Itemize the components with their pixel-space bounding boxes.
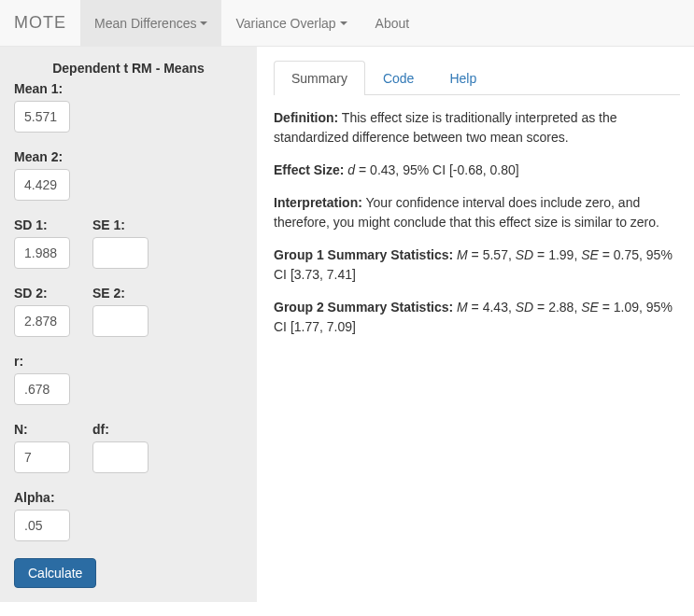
se1-input[interactable] — [92, 237, 149, 269]
sd1-input[interactable] — [14, 237, 70, 269]
r-label: r: — [14, 354, 243, 369]
alpha-label: Alpha: — [14, 490, 243, 505]
calculate-button[interactable]: Calculate — [14, 558, 96, 588]
stat-symbol: SE — [581, 300, 599, 315]
se1-label: SE 1: — [92, 217, 149, 232]
n-input[interactable] — [14, 441, 70, 473]
stat-symbol: d — [347, 162, 355, 177]
se2-input[interactable] — [92, 305, 149, 337]
sidebar-title: Dependent t RM - Means — [14, 61, 243, 76]
r-input[interactable] — [14, 373, 70, 405]
mean1-input[interactable] — [14, 101, 70, 133]
alpha-input[interactable] — [14, 510, 70, 541]
definition-label: Definition: — [274, 110, 338, 125]
tab-code[interactable]: Code — [365, 61, 432, 95]
stat-symbol: M — [457, 247, 468, 262]
stat-symbol: SD — [516, 247, 533, 262]
effect-size-paragraph: Effect Size: d = 0.43, 95% CI [-0.68, 0.… — [274, 161, 680, 180]
sd1-label: SD 1: — [14, 217, 70, 232]
group2-label: Group 2 Summary Statistics: — [274, 300, 453, 315]
n-label: N: — [14, 422, 70, 437]
caret-down-icon — [340, 21, 347, 25]
tab-help[interactable]: Help — [432, 61, 494, 95]
mean2-input[interactable] — [14, 169, 70, 201]
sd2-label: SD 2: — [14, 286, 70, 301]
interpretation-label: Interpretation: — [274, 195, 362, 210]
sidebar: Dependent t RM - Means Mean 1: Mean 2: S… — [0, 47, 257, 602]
effect-size-label: Effect Size: — [274, 162, 344, 177]
main-panel: Summary Code Help Definition: This effec… — [257, 47, 694, 602]
nav-mean-differences[interactable]: Mean Differences — [80, 0, 221, 46]
df-input[interactable] — [92, 441, 149, 473]
group2-paragraph: Group 2 Summary Statistics: M = 4.43, SD… — [274, 298, 680, 337]
summary-content: Definition: This effect size is traditio… — [274, 108, 680, 337]
definition-paragraph: Definition: This effect size is traditio… — [274, 108, 680, 147]
caret-down-icon — [200, 21, 207, 25]
mean1-label: Mean 1: — [14, 81, 243, 96]
nav-about[interactable]: About — [361, 0, 424, 46]
stat-symbol: SD — [516, 300, 533, 315]
sd2-input[interactable] — [14, 305, 70, 337]
nav-variance-overlap[interactable]: Variance Overlap — [221, 0, 361, 46]
app-brand: MOTE — [0, 0, 80, 46]
stat-symbol: M — [457, 300, 468, 315]
nav-label: About — [375, 16, 410, 31]
tab-bar: Summary Code Help — [274, 61, 680, 95]
nav-label: Variance Overlap — [235, 16, 335, 31]
tab-summary[interactable]: Summary — [274, 61, 365, 95]
effect-size-text: = 0.43, 95% CI [-0.68, 0.80] — [355, 162, 519, 177]
se2-label: SE 2: — [92, 286, 149, 301]
mean2-label: Mean 2: — [14, 149, 243, 164]
df-label: df: — [92, 422, 149, 437]
group1-label: Group 1 Summary Statistics: — [274, 247, 453, 262]
group1-paragraph: Group 1 Summary Statistics: M = 5.57, SD… — [274, 245, 680, 285]
nav-label: Mean Differences — [94, 16, 196, 31]
interpretation-paragraph: Interpretation: Your confidence interval… — [274, 193, 680, 232]
stat-symbol: SE — [581, 247, 599, 262]
navbar: MOTE Mean Differences Variance Overlap A… — [0, 0, 694, 47]
